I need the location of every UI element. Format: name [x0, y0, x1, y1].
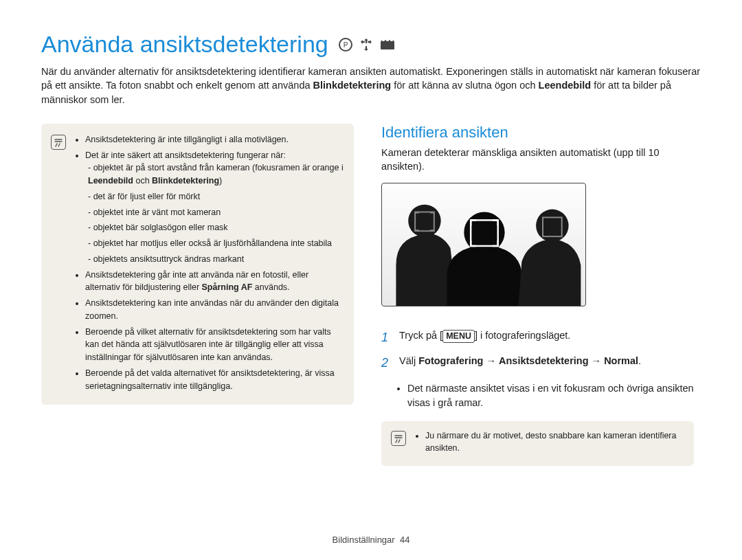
mode-icons: P	[338, 37, 396, 52]
note1-item-1: Ansiktsdetektering är inte tillgängligt …	[85, 133, 344, 146]
intro-bold-1: Blinkdetektering	[313, 80, 392, 91]
note-content-right: Ju närmare du är motivet, desto snabbare…	[414, 429, 684, 458]
page-footer: Bildinställningar 44	[0, 535, 742, 545]
step-2-sub: Det närmaste ansiktet visas i en vit fok…	[407, 381, 694, 410]
svg-rect-6	[430, 212, 434, 214]
note1-sub-3: objektet inte är vänt mot kameran	[88, 206, 344, 219]
footer-page-number: 44	[400, 535, 409, 545]
program-mode-icon: P	[338, 37, 353, 52]
step-2-number: 2	[381, 354, 391, 372]
note1-item-5: Beroende på vilket alternativ för ansikt…	[85, 326, 344, 364]
step-2: 2 Välj Fotografering → Ansiktsdetekterin…	[381, 354, 694, 372]
step-2-sub-text: Det närmaste ansiktet visas i en vit fok…	[407, 381, 694, 410]
note-icon	[391, 431, 406, 446]
intro-text-2: för att känna av slutna ögon och	[391, 80, 538, 91]
steps-list: 1 Tryck på [MENU] i fotograferingsläget.…	[381, 328, 694, 371]
svg-point-3	[408, 205, 440, 237]
note2-text: Ju närmare du är motivet, desto snabbare…	[425, 429, 684, 456]
svg-text:P: P	[343, 41, 348, 49]
note1-sub-4: objektet bär solglasögon eller mask	[88, 221, 344, 234]
step-1: 1 Tryck på [MENU] i fotograferingsläget.	[381, 328, 694, 346]
note1-sub-5: objektet har motljus eller också är ljus…	[88, 237, 344, 250]
title-text: Använda ansiktsdetektering	[41, 31, 328, 58]
note1-item-6: Beroende på det valda alternativet för a…	[85, 367, 344, 393]
svg-rect-8	[430, 230, 434, 232]
note-icon	[51, 135, 66, 150]
intro-paragraph: När du använder alternativ för ansiktsde…	[41, 65, 701, 107]
step-1-text: Tryck på [MENU] i fotograferingsläget.	[399, 328, 694, 346]
page-title: Använda ansiktsdetektering P	[41, 31, 701, 58]
section-text: Kameran detekterar mänskliga ansikten au…	[381, 146, 694, 174]
note-content-left: Ansiktsdetektering är inte tillgängligt …	[74, 133, 344, 396]
note-box-left: Ansiktsdetektering är inte tillgängligt …	[41, 124, 354, 405]
note1-sub-6: objektets ansiktsuttryck ändras markant	[88, 253, 344, 266]
footer-section: Bildinställningar	[333, 535, 395, 545]
note1-item-4: Ansiktsdetektering kan inte användas när…	[85, 297, 344, 323]
example-figure	[381, 183, 586, 306]
note-box-right: Ju närmare du är motivet, desto snabbare…	[381, 421, 694, 467]
intro-bold-2: Leendebild	[539, 80, 592, 91]
step-1-number: 1	[381, 328, 391, 346]
svg-rect-2	[381, 41, 394, 49]
section-heading: Identifiera ansikten	[381, 124, 694, 142]
note1-sub-1: objektet är på stort avstånd från kamera…	[88, 161, 344, 188]
note1-sub-2: det är för ljust eller för mörkt	[88, 190, 344, 203]
dual-is-mode-icon	[359, 37, 374, 52]
svg-rect-7	[415, 230, 419, 232]
step-2-text: Välj Fotografering → Ansiktsdetektering …	[399, 354, 694, 372]
movie-mode-icon	[379, 37, 396, 52]
note1-item-3: Ansiktsdetektering går inte att använda …	[85, 269, 344, 295]
svg-rect-5	[415, 212, 419, 214]
note1-item-2: Det är inte säkert att ansiktsdetekterin…	[85, 149, 344, 266]
menu-button-label: MENU	[442, 330, 475, 342]
